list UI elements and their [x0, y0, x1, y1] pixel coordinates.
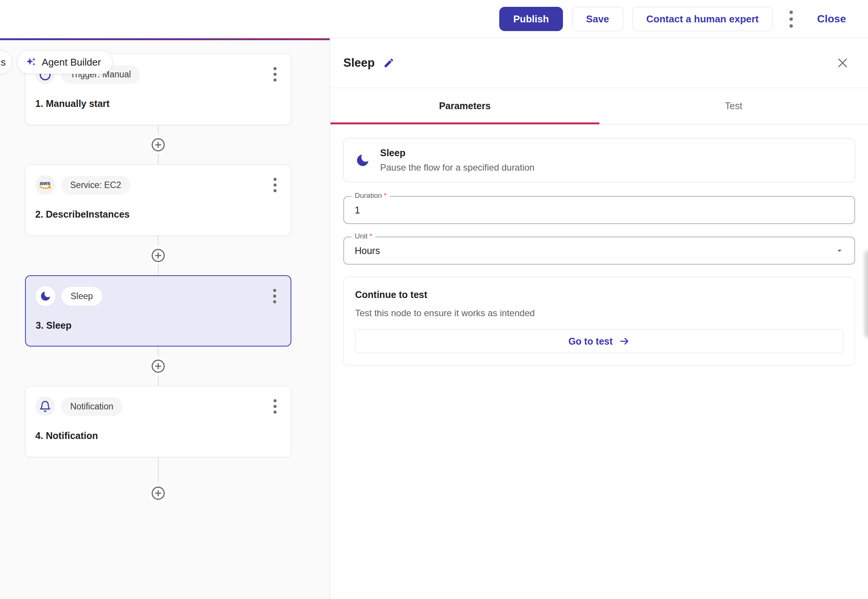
bell-icon	[35, 397, 55, 416]
required-asterisk: *	[384, 191, 387, 200]
node-title: 3. Sleep	[36, 320, 280, 331]
dropdown-caret-icon	[835, 246, 844, 256]
close-button[interactable]: Close	[817, 13, 846, 25]
add-step-button[interactable]	[149, 358, 167, 375]
panel-title: Sleep	[343, 56, 375, 70]
duration-label: Duration*	[352, 191, 390, 200]
node-sleep[interactable]: Sleep 3. Sleep	[25, 275, 291, 347]
node-type-chip: Notification	[61, 397, 123, 416]
continue-to-test-title: Continue to test	[355, 289, 843, 300]
agent-builder-label: Agent Builder	[42, 56, 101, 68]
workflow-steps: Trigger: Manual 1. Manually start aws	[25, 54, 291, 503]
save-button[interactable]: Save	[572, 7, 623, 31]
top-bar: Publish Save Contact a human expert Clos…	[0, 0, 868, 38]
node-type-chip: Service: EC2	[61, 176, 130, 194]
connector	[25, 125, 291, 165]
moon-icon	[36, 286, 55, 306]
unit-field[interactable]: Unit* Hours	[343, 237, 855, 265]
action-title: Sleep	[380, 147, 535, 158]
workflow-canvas: s Agent Builder Trigger: Manual	[0, 38, 330, 599]
publish-button[interactable]: Publish	[499, 7, 563, 31]
connector	[25, 347, 291, 386]
node-menu-icon[interactable]	[269, 286, 280, 306]
continue-to-test-description: Test this node to ensure it works as int…	[355, 308, 843, 318]
go-to-test-label: Go to test	[568, 336, 613, 347]
node-config-panel: Sleep Parameters Test Sleep Pause t	[330, 38, 868, 599]
node-notification[interactable]: Notification 4. Notification	[25, 386, 291, 457]
more-options-icon[interactable]	[784, 7, 798, 31]
continue-to-test-card: Continue to test Test this node to ensur…	[343, 277, 855, 366]
node-title: 4. Notification	[35, 430, 280, 441]
node-menu-icon[interactable]	[270, 396, 280, 417]
node-title: 2. DescribeInstances	[35, 209, 280, 220]
add-step-button[interactable]	[149, 247, 167, 264]
panel-tabs: Parameters Test	[330, 88, 868, 124]
contact-human-expert-button[interactable]: Contact a human expert	[632, 7, 773, 31]
sparkle-icon	[25, 56, 37, 68]
node-title: 1. Manually start	[35, 98, 280, 109]
canvas-top-gradient	[0, 38, 330, 40]
required-asterisk: *	[370, 232, 372, 240]
connector	[25, 236, 291, 275]
active-tab-indicator	[330, 122, 599, 124]
unit-selected-value: Hours	[344, 245, 835, 256]
node-menu-icon[interactable]	[270, 175, 280, 195]
panel-body: Sleep Pause the flow for a specified dur…	[330, 124, 868, 366]
add-step-button[interactable]	[149, 485, 167, 502]
go-to-test-button[interactable]: Go to test	[355, 329, 843, 353]
close-panel-icon[interactable]	[834, 54, 851, 72]
arrow-right-icon	[619, 336, 630, 347]
tab-test[interactable]: Test	[599, 88, 868, 124]
moon-icon	[355, 153, 370, 168]
duration-field: Duration*	[343, 196, 855, 224]
agent-builder-button[interactable]: Agent Builder	[17, 50, 113, 74]
svg-text:aws: aws	[40, 180, 50, 186]
panel-header: Sleep	[330, 38, 868, 88]
overflow-pill-label: s	[1, 56, 6, 68]
node-describe-instances[interactable]: aws Service: EC2 2. DescribeInstances	[25, 165, 291, 236]
node-type-chip: Sleep	[61, 287, 102, 306]
action-description: Pause the flow for a specified duration	[380, 162, 535, 173]
node-menu-icon[interactable]	[270, 64, 280, 85]
tab-parameters[interactable]: Parameters	[330, 88, 599, 124]
aws-icon: aws	[35, 175, 55, 195]
scrollbar-thumb[interactable]	[865, 251, 868, 338]
edit-name-icon[interactable]	[383, 57, 395, 69]
add-step-button[interactable]	[149, 136, 167, 154]
connector	[25, 457, 291, 503]
overflow-pill[interactable]: s	[0, 50, 12, 74]
duration-input[interactable]	[344, 205, 854, 216]
unit-label: Unit*	[352, 232, 375, 240]
action-info-card: Sleep Pause the flow for a specified dur…	[343, 138, 855, 182]
